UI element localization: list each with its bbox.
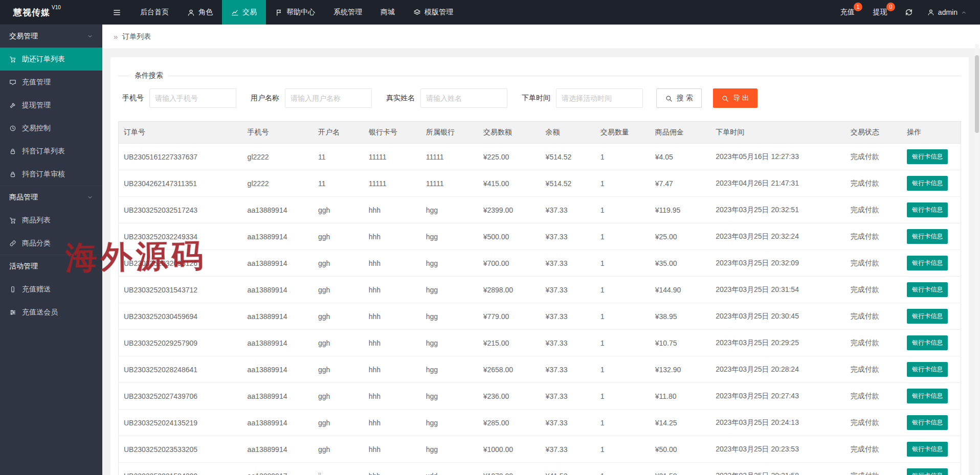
search-icon (665, 95, 673, 102)
cell-bank-card-no: hhh (364, 197, 421, 223)
breadcrumb-current[interactable]: 订单列表 (122, 32, 151, 41)
chart-icon (231, 9, 239, 16)
bank-card-info-button[interactable]: 银行卡信息 (907, 229, 948, 244)
sidebar-item-recharge-gift[interactable]: 充值赠送 (0, 278, 102, 301)
breadcrumb: » 订单列表 (102, 25, 980, 49)
scrollbar-thumb[interactable] (975, 55, 979, 133)
cell-action: 银行卡信息 (902, 144, 961, 170)
sidebar-toggle-button[interactable] (102, 0, 131, 25)
cell-order-id: UB2303252032517243 (119, 197, 242, 223)
cell-bank: hgg (421, 383, 478, 410)
column-header-8: 商品佣金 (650, 122, 711, 144)
sidebar-item-activity-management[interactable]: 活动管理 (0, 255, 102, 278)
cell-phone: aa13889914 (242, 383, 313, 410)
recharge-badge: 1 (854, 3, 862, 11)
field-input-order-time[interactable] (556, 88, 643, 108)
export-button[interactable]: 导 出 (713, 88, 758, 108)
bank-card-info-button[interactable]: 银行卡信息 (907, 149, 948, 164)
user-menu[interactable]: admin (921, 0, 973, 25)
cell-order-time: 2023年05月16日 12:27:33 (710, 144, 845, 170)
sidebar-item-label: 充值送会员 (22, 308, 58, 317)
cell-balance: ¥514.52 (541, 170, 595, 197)
refresh-button[interactable] (897, 0, 921, 25)
withdraw-link[interactable]: 提现 0 (864, 0, 897, 25)
sidebar-item-label: 活动管理 (9, 262, 38, 271)
sidebar-item-withdraw-management[interactable]: 提现管理 (0, 94, 102, 117)
link-icon (9, 240, 16, 247)
cell-quantity: 1 (595, 330, 650, 356)
sidebar-item-repay-order-list[interactable]: 助还订单列表 (0, 48, 102, 71)
sidebar-item-douyin-order-review[interactable]: 抖音订单审核 (0, 163, 102, 186)
scrollbar[interactable] (975, 44, 979, 475)
bank-card-info-button[interactable]: 银行卡信息 (907, 468, 948, 475)
withdraw-label: 提现 (873, 8, 887, 17)
cell-commission: ¥14.25 (650, 410, 711, 436)
bank-card-info-button[interactable]: 银行卡信息 (907, 362, 948, 377)
flag-icon (275, 9, 283, 16)
nav-item-system[interactable]: 系统管理 (324, 0, 371, 25)
cell-balance: ¥37.33 (541, 250, 595, 277)
nav-item-trade[interactable]: 交易 (222, 0, 266, 25)
nav-item-home[interactable]: 后台首页 (131, 0, 178, 25)
sidebar-item-trade-control[interactable]: 交易控制 (0, 117, 102, 140)
bank-card-info-button[interactable]: 银行卡信息 (907, 282, 948, 297)
sidebar-item-goods-category[interactable]: 商品分类 (0, 232, 102, 255)
recharge-link[interactable]: 充值 1 (831, 0, 864, 25)
cell-action: 银行卡信息 (902, 463, 961, 475)
nav-item-mall[interactable]: 商城 (371, 0, 404, 25)
column-header-0: 订单号 (119, 122, 242, 144)
comment-icon (9, 79, 16, 86)
top-navbar: 慧视传媒 V10 后台首页角色交易帮助中心系统管理商城模版管理 充值 1 提现 … (0, 0, 980, 25)
bank-card-info-button[interactable]: 银行卡信息 (907, 202, 948, 217)
cell-amount: ¥236.00 (478, 383, 541, 410)
nav-item-roles[interactable]: 角色 (178, 0, 222, 25)
cell-order-time: 2023年03月25日 20:27:43 (710, 383, 845, 410)
cell-action: 银行卡信息 (902, 410, 961, 436)
nav-item-label: 帮助中心 (286, 8, 315, 17)
sidebar-item-label: 交易管理 (9, 32, 38, 41)
sidebar-item-douyin-order-list[interactable]: 抖音订单列表 (0, 140, 102, 163)
sidebar-item-recharge-vip[interactable]: 充值送会员 (0, 301, 102, 324)
sidebar-item-recharge-management[interactable]: 充值管理 (0, 71, 102, 94)
admin-name: admin (938, 8, 957, 16)
bank-card-info-button[interactable]: 银行卡信息 (907, 176, 948, 191)
cart-icon (9, 56, 16, 63)
sidebar: 交易管理助还订单列表充值管理提现管理交易控制抖音订单列表抖音订单审核商品管理商品… (0, 25, 102, 475)
bank-card-info-button[interactable]: 银行卡信息 (907, 442, 948, 457)
cell-balance: ¥37.33 (541, 303, 595, 330)
bank-card-info-button[interactable]: 银行卡信息 (907, 335, 948, 350)
sidebar-item-goods-list[interactable]: 商品列表 (0, 209, 102, 232)
cart-icon (9, 217, 16, 224)
mobile-icon (9, 286, 16, 293)
nav-item-templates[interactable]: 模版管理 (404, 0, 462, 25)
cell-bank-card-no: hhh (364, 356, 421, 383)
nav-item-help-center[interactable]: 帮助中心 (266, 0, 324, 25)
lock-icon (9, 148, 16, 155)
bank-card-info-button[interactable]: 银行卡信息 (907, 389, 948, 403)
nav-item-label: 角色 (198, 8, 213, 17)
column-header-5: 交易数额 (478, 122, 541, 144)
field-input-username[interactable] (285, 88, 372, 108)
logo[interactable]: 慧视传媒 V10 (0, 0, 102, 25)
bank-card-info-button[interactable]: 银行卡信息 (907, 415, 948, 430)
cell-order-time: 2023年03月25日 20:29:25 (710, 330, 845, 356)
bank-card-info-button[interactable]: 银行卡信息 (907, 256, 948, 270)
cell-bank: hgg (421, 436, 478, 463)
search-button[interactable]: 搜 索 (656, 88, 702, 108)
cell-bank: hgg (421, 250, 478, 277)
cell-order-id: UB2303252027439706 (119, 383, 242, 410)
sidebar-item-goods-management[interactable]: 商品管理 (0, 186, 102, 209)
search-fields: 手机号用户名称真实姓名下单时间 (122, 88, 643, 108)
cell-bank-card-no: hhh (364, 436, 421, 463)
cell-action: 银行卡信息 (902, 436, 961, 463)
sidebar-item-trade-management[interactable]: 交易管理 (0, 25, 102, 48)
sidebar-item-label: 充值管理 (22, 78, 51, 87)
cell-quantity: 1 (595, 223, 650, 250)
cell-order-time: 2023年03月25日 20:32:24 (710, 223, 845, 250)
sidebar-item-label: 商品分类 (22, 239, 51, 248)
field-input-realname[interactable] (420, 88, 507, 108)
bank-card-info-button[interactable]: 银行卡信息 (907, 309, 948, 324)
cell-quantity: 1 (595, 250, 650, 277)
sidebar-item-label: 抖音订单列表 (22, 147, 65, 156)
field-input-phone[interactable] (149, 88, 236, 108)
